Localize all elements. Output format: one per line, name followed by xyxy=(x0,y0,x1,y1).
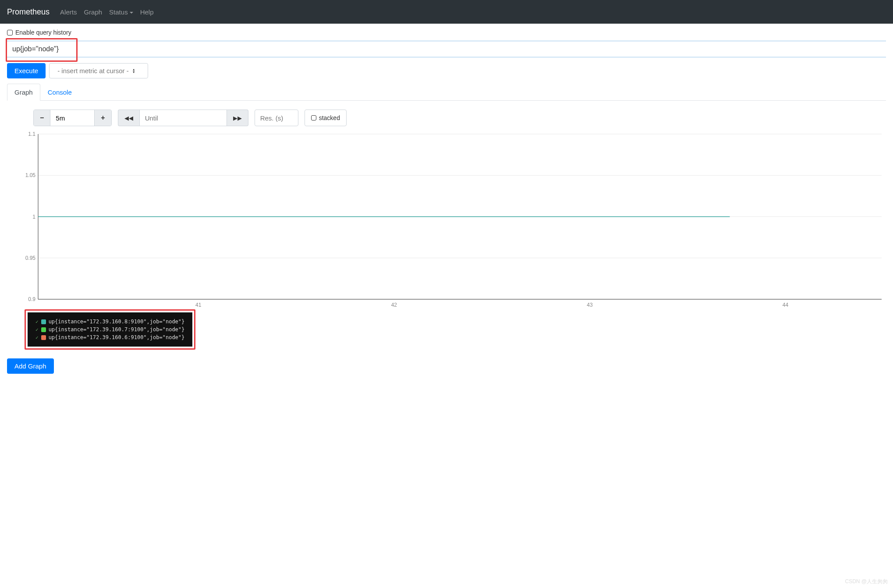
nav-alerts[interactable]: Alerts xyxy=(60,8,77,16)
legend-swatch xyxy=(41,335,46,340)
svg-text:0.95: 0.95 xyxy=(25,255,36,261)
legend-row[interactable]: ✓ up{instance="172.39.160.6:9100",job="n… xyxy=(35,333,184,341)
controls-row: Execute - insert metric at cursor - ▲▼ xyxy=(7,63,886,78)
range-decrease-button[interactable]: − xyxy=(34,110,50,126)
navbar-brand[interactable]: Prometheus xyxy=(7,7,50,17)
result-tabs: Graph Console xyxy=(7,84,886,101)
tab-console[interactable]: Console xyxy=(40,84,79,101)
time-forward-button[interactable]: ▶▶ xyxy=(227,110,248,126)
range-input[interactable] xyxy=(50,110,94,126)
add-graph-button[interactable]: Add Graph xyxy=(7,358,54,374)
svg-text:42: 42 xyxy=(391,302,397,308)
nav-status[interactable]: Status xyxy=(109,8,133,16)
legend-swatch xyxy=(41,319,46,324)
main-container: Enable query history Execute - insert me… xyxy=(0,24,893,379)
check-icon: ✓ xyxy=(35,335,39,340)
legend-highlight: ✓ up{instance="172.39.160.8:9100",job="n… xyxy=(25,309,195,350)
legend-row[interactable]: ✓ up{instance="172.39.160.7:9100",job="n… xyxy=(35,326,184,333)
time-backward-button[interactable]: ◀◀ xyxy=(118,110,139,126)
resolution-input[interactable] xyxy=(255,110,298,126)
tab-graph[interactable]: Graph xyxy=(7,84,40,101)
svg-text:1: 1 xyxy=(32,214,35,220)
svg-text:1.1: 1.1 xyxy=(28,131,35,137)
legend-label: up{instance="172.39.160.8:9100",job="nod… xyxy=(49,319,185,325)
range-increase-button[interactable]: + xyxy=(94,110,111,126)
navbar-nav: Alerts Graph Status Help xyxy=(60,8,153,16)
legend-row[interactable]: ✓ up{instance="172.39.160.8:9100",job="n… xyxy=(35,318,184,326)
svg-text:0.9: 0.9 xyxy=(28,296,35,302)
until-group: ◀◀ ▶▶ xyxy=(118,110,248,126)
navbar: Prometheus Alerts Graph Status Help xyxy=(0,0,893,24)
legend-label: up{instance="172.39.160.6:9100",job="nod… xyxy=(49,334,185,340)
check-icon: ✓ xyxy=(35,319,39,325)
chart-svg: 0.90.9511.051.141424344 xyxy=(17,131,886,308)
until-input[interactable] xyxy=(139,110,227,126)
nav-graph[interactable]: Graph xyxy=(84,8,102,16)
stacked-label: stacked xyxy=(319,114,340,121)
stacked-toggle[interactable]: stacked xyxy=(305,110,347,126)
nav-help[interactable]: Help xyxy=(140,8,154,16)
svg-text:43: 43 xyxy=(587,302,593,308)
checkbox-icon xyxy=(311,115,316,120)
legend-label: up{instance="172.39.160.7:9100",job="nod… xyxy=(49,326,185,333)
chart-area: 0.90.9511.051.141424344 ✓ up{instance="1… xyxy=(9,131,886,308)
legend: ✓ up{instance="172.39.160.8:9100",job="n… xyxy=(28,312,192,347)
graph-controls: − + ◀◀ ▶▶ stacked xyxy=(7,101,886,131)
query-history-label: Enable query history xyxy=(15,29,71,36)
query-history-toggle[interactable]: Enable query history xyxy=(7,29,886,36)
metric-select-label: - insert metric at cursor - xyxy=(57,67,129,74)
execute-button[interactable]: Execute xyxy=(7,63,46,78)
metric-select[interactable]: - insert metric at cursor - ▲▼ xyxy=(49,63,148,78)
svg-text:1.05: 1.05 xyxy=(25,172,36,178)
svg-text:41: 41 xyxy=(195,302,202,308)
query-input[interactable] xyxy=(7,42,886,57)
check-icon: ✓ xyxy=(35,327,39,333)
checkbox-icon xyxy=(7,30,13,35)
select-arrows-icon: ▲▼ xyxy=(132,68,135,74)
range-input-group: − + xyxy=(33,110,112,126)
query-wrapper xyxy=(7,40,886,58)
svg-text:44: 44 xyxy=(783,302,789,308)
legend-swatch xyxy=(41,327,46,332)
